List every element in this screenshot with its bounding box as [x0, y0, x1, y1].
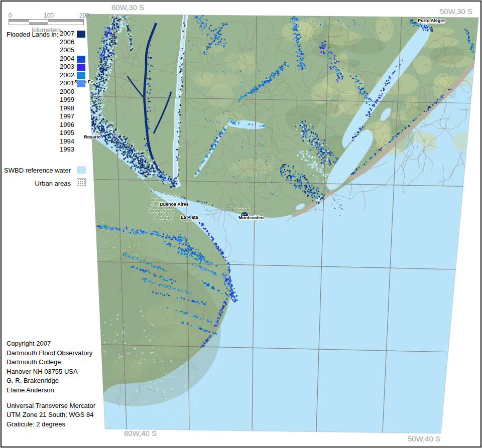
legend-year: 2003	[52, 63, 74, 71]
legend-year: 2005	[52, 46, 74, 55]
legend-year: 2001	[52, 79, 74, 88]
projection-line: UTM Zone 21 South; WGS 84	[7, 410, 95, 420]
scale-tick-100: 100	[40, 12, 57, 19]
legend-year: 1999	[52, 96, 74, 104]
graticule-label-top-right: 50W,30 S	[440, 7, 472, 16]
projection-line: Universal Transverse Mercator	[7, 401, 95, 411]
scale-tick-0: 0	[7, 12, 13, 19]
city-label-la-plata: La Plata	[181, 215, 199, 220]
legend-year: 2004	[52, 55, 74, 63]
credit-line: Hanover NH 03755 USA	[7, 367, 95, 377]
scale-seg	[48, 22, 83, 25]
legend-urban-label: Urban areas	[0, 180, 71, 187]
credit-line: Copyright 2007	[7, 339, 95, 349]
legend-year: 1998	[52, 104, 74, 113]
scale-seg	[9, 22, 29, 25]
projection-block: Universal Transverse Mercator UTM Zone 2…	[7, 401, 95, 429]
projection-line: Graticule: 2 degrees	[7, 420, 95, 429]
credit-line: Dartmouth College	[7, 358, 95, 367]
legend-year: 1993	[52, 145, 74, 154]
scale-bar-row-bottom	[9, 22, 83, 25]
credit-line: Elaine Anderson	[7, 386, 95, 395]
legend-year: 1996	[52, 121, 74, 129]
legend-year: 1994	[52, 137, 74, 146]
legend-swatch-2001	[77, 80, 85, 87]
legend-year-list: 2007 2006 2005 2004 2003 2002 2001 2000 …	[52, 30, 74, 154]
city-label-montevideo: Montevideo	[238, 215, 264, 220]
credit-line: G. R. Brakenridge	[7, 376, 95, 386]
map-document: Santa FeRosarioBuenos AiresLa PlataMonte…	[0, 0, 482, 448]
city-label-rosario: Rosario	[84, 134, 101, 139]
legend-urban-swatch	[77, 178, 86, 186]
city-label-buenos-aires: Buenos Aires	[160, 202, 189, 207]
legend-flood-title: Flooded Lands in:	[7, 31, 58, 38]
graticule-label-bottom-right: 50W,40 S	[408, 434, 440, 443]
legend-swatch-2007	[77, 31, 85, 38]
legend-swatch-2002	[77, 72, 85, 79]
legend-swatch-2004	[77, 56, 85, 63]
credits-block: Copyright 2007 Dartmouth Flood Observato…	[7, 339, 95, 429]
legend-year: 2007	[52, 30, 74, 38]
credit-line: Dartmouth Flood Observatory	[7, 349, 95, 358]
legend-swatch-2003	[77, 64, 85, 71]
graticule-label-top-left: 60W,30 S	[111, 3, 144, 12]
legend-year: 2000	[52, 88, 74, 96]
legend-swbd-label: SWBD reference water	[0, 167, 71, 174]
legend-swbd-swatch	[77, 166, 86, 174]
legend-year: 2002	[52, 71, 74, 80]
scale-tick-200: 200	[75, 12, 93, 19]
legend-year: 2006	[52, 38, 74, 47]
city-label-porto-alegre: Porto Alegre	[418, 18, 445, 23]
legend-year: 1997	[52, 112, 74, 121]
scale-seg	[29, 22, 48, 25]
legend-year: 1995	[52, 129, 74, 137]
graticule-label-bottom-left: 60W,40 S	[124, 429, 157, 437]
scale-bar	[9, 19, 84, 25]
